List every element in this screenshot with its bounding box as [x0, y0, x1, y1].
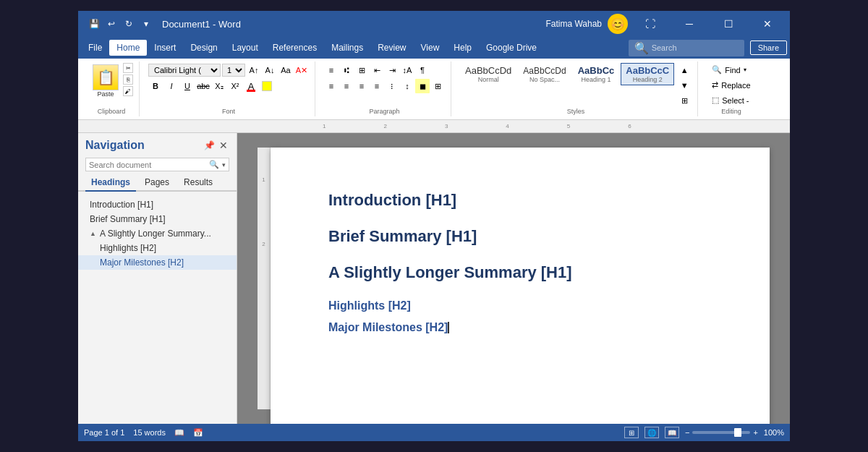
ribbon-search-input[interactable]: [652, 43, 739, 52]
navigation-panel: Navigation 📌 ✕ 🔍 ▾ Headings Pages Result…: [78, 133, 237, 424]
menu-references[interactable]: References: [265, 40, 324, 56]
print-layout-button[interactable]: ⊞: [624, 427, 639, 438]
minimize-button[interactable]: ─: [673, 11, 706, 37]
style-h2-preview: AaBbCcC: [626, 65, 669, 76]
tab-headings[interactable]: Headings: [85, 174, 136, 192]
nav-item-slightly-longer[interactable]: ▲ A Slightly Longer Summary...: [78, 226, 237, 241]
replace-button[interactable]: ⇄ Replace: [707, 78, 755, 92]
menu-review[interactable]: Review: [370, 40, 413, 56]
borders-button[interactable]: ⊞: [430, 79, 445, 93]
menu-help[interactable]: Help: [446, 40, 479, 56]
nav-search-icon[interactable]: 🔍: [209, 160, 219, 169]
quick-access-dropdown[interactable]: ▾: [139, 17, 153, 31]
align-center-button[interactable]: ≡: [339, 79, 354, 93]
styles-up-button[interactable]: ▲: [677, 63, 692, 77]
font-name-selector[interactable]: Calibri Light (: [148, 64, 221, 77]
share-button[interactable]: Share: [750, 40, 787, 55]
underline-button[interactable]: U: [180, 79, 195, 93]
close-button[interactable]: ✕: [751, 11, 784, 37]
increase-indent-button[interactable]: ⇥: [385, 63, 399, 77]
menu-layout[interactable]: Layout: [225, 40, 265, 56]
cut-button[interactable]: ✂: [123, 63, 133, 73]
nav-item-major-milestones[interactable]: Major Milestones [H2]: [78, 255, 237, 270]
superscript-button[interactable]: X²: [228, 79, 242, 93]
read-mode-button[interactable]: 📖: [665, 427, 679, 438]
strikethrough-button[interactable]: abc: [196, 79, 210, 93]
shading-button[interactable]: ◼: [415, 79, 430, 93]
nav-search-box[interactable]: 🔍 ▾: [85, 158, 229, 171]
paste-button[interactable]: 📋 Paste: [90, 63, 122, 99]
document-area[interactable]: 1 2 Introduction [H1] Brief Summary [H1]…: [237, 133, 790, 424]
undo-button[interactable]: ↩: [104, 17, 119, 31]
save-button[interactable]: 💾: [87, 17, 101, 31]
redo-button[interactable]: ↻: [122, 17, 136, 31]
menu-insert[interactable]: Insert: [147, 40, 183, 56]
menu-file[interactable]: File: [81, 40, 109, 56]
menu-view[interactable]: View: [414, 40, 447, 56]
columns-button[interactable]: ⫶: [385, 79, 399, 93]
zoom-thumb[interactable]: [734, 428, 741, 437]
styles-expand-button[interactable]: ⊞: [677, 93, 692, 108]
read-mode-icon[interactable]: 📖: [174, 428, 184, 438]
menu-mailings[interactable]: Mailings: [324, 40, 370, 56]
subscript-button[interactable]: X₂: [212, 79, 226, 93]
user-avatar[interactable]: 😊: [608, 14, 628, 34]
copy-button[interactable]: ⎘: [123, 74, 133, 85]
style-heading1[interactable]: AaBbCc Heading 1: [573, 63, 620, 85]
style-no-spacing[interactable]: AaBbCcDd No Spac...: [518, 63, 571, 85]
heading-introduction[interactable]: Introduction [H1]: [328, 191, 712, 210]
justify-button[interactable]: ≡: [370, 79, 384, 93]
decrease-indent-button[interactable]: ⇤: [370, 63, 384, 77]
document-page[interactable]: Introduction [H1] Brief Summary [H1] A S…: [271, 148, 770, 424]
nav-item-highlights[interactable]: Highlights [H2]: [78, 241, 237, 255]
tab-pages[interactable]: Pages: [139, 174, 175, 192]
format-painter-button[interactable]: 🖌: [123, 86, 133, 96]
nav-search-input[interactable]: [89, 161, 206, 169]
align-left-button[interactable]: ≡: [324, 79, 339, 93]
italic-button[interactable]: I: [164, 79, 179, 93]
style-normal[interactable]: AaBbCcDd Normal: [460, 63, 516, 85]
bullets-button[interactable]: ≡: [324, 63, 339, 77]
restore-button[interactable]: ☐: [712, 11, 745, 37]
zoom-plus[interactable]: +: [753, 428, 757, 437]
align-right-button[interactable]: ≡: [354, 79, 369, 93]
nav-close-button[interactable]: ✕: [218, 140, 229, 151]
clear-format-button[interactable]: A✕: [294, 63, 309, 77]
font-color-button[interactable]: A: [244, 79, 258, 93]
increase-font-button[interactable]: A↑: [247, 63, 261, 77]
nav-pin-button[interactable]: 📌: [203, 140, 215, 151]
tab-results[interactable]: Results: [178, 174, 218, 192]
select-button[interactable]: ⬚ Select -: [707, 93, 755, 107]
decrease-font-button[interactable]: A↓: [263, 63, 277, 77]
heading-slightly-longer[interactable]: A Slightly Longer Summary [H1]: [328, 263, 712, 282]
nav-item-brief-summary[interactable]: Brief Summary [H1]: [78, 212, 237, 226]
web-layout-button[interactable]: 🌐: [644, 427, 659, 438]
find-button[interactable]: 🔍 Find ▾: [707, 63, 755, 77]
show-marks-button[interactable]: ¶: [415, 63, 430, 77]
styles-down-button[interactable]: ▼: [677, 78, 692, 93]
menu-home[interactable]: Home: [109, 40, 147, 56]
nav-controls: 📌 ✕: [203, 140, 229, 151]
ribbon-search-box[interactable]: 🔍: [629, 40, 744, 56]
style-heading2[interactable]: AaBbCcC Heading 2: [621, 63, 674, 85]
numbering-button[interactable]: ⑆: [339, 63, 354, 77]
zoom-track[interactable]: [692, 431, 750, 434]
heading-highlights[interactable]: Highlights [H2]: [328, 299, 712, 312]
heading-major-milestones[interactable]: Major Milestones [H2]: [328, 321, 712, 334]
font-size-selector[interactable]: 13: [222, 64, 245, 77]
menu-design[interactable]: Design: [183, 40, 224, 56]
line-spacing-button[interactable]: ↕: [400, 79, 414, 93]
window-settings-button[interactable]: ⛶: [634, 11, 667, 37]
bold-button[interactable]: B: [148, 79, 163, 93]
sort-button[interactable]: ↕A: [400, 63, 414, 77]
menu-google-drive[interactable]: Google Drive: [479, 40, 544, 56]
zoom-level[interactable]: 100%: [764, 428, 784, 437]
multilevel-list-button[interactable]: ⊞: [354, 63, 369, 77]
heading-brief-summary[interactable]: Brief Summary [H1]: [328, 227, 712, 246]
nav-search-dropdown[interactable]: ▾: [222, 161, 226, 169]
font-case-button[interactable]: Aa: [278, 63, 293, 77]
nav-item-introduction[interactable]: Introduction [H1]: [78, 197, 237, 212]
calendar-icon[interactable]: 📅: [193, 428, 203, 438]
zoom-minus[interactable]: −: [685, 428, 689, 437]
highlight-button[interactable]: [260, 79, 274, 93]
